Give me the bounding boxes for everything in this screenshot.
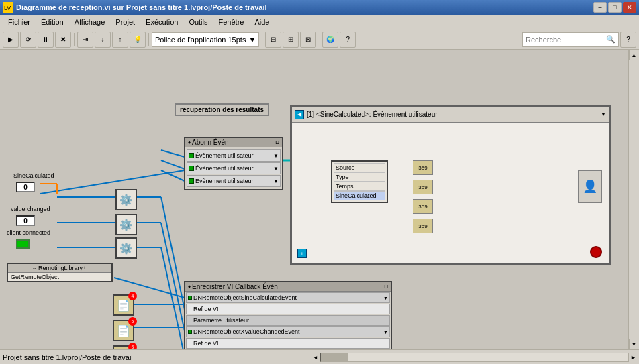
sep3 xyxy=(262,33,262,46)
conn-2 xyxy=(189,166,194,171)
event-row-2: Évènement utilisateur ▼ xyxy=(187,162,281,174)
step-into-button[interactable]: ↓ xyxy=(95,32,111,48)
remoting-header: ↔ RemotingLibrary ⊔ xyxy=(8,264,111,273)
num-node-1[interactable]: 359 xyxy=(413,160,433,175)
enreg-row-ref1: Ref de VI xyxy=(186,304,390,314)
minimize-button[interactable]: – xyxy=(593,2,607,13)
remoting-box: ↔ RemotingLibrary ⊔ GetRemoteObject xyxy=(7,263,113,282)
resize-button[interactable]: ⊠ xyxy=(300,32,316,48)
recup-box: recuperation des resultats xyxy=(175,103,269,116)
enreg-row-ref2: Ref de VI xyxy=(186,338,390,349)
help2-button[interactable]: ? xyxy=(620,32,636,48)
conn-1 xyxy=(189,153,194,158)
event-row-3: Évènement utilisateur ▼ xyxy=(187,175,281,187)
sine-ctrl[interactable]: 0 xyxy=(16,182,35,192)
menu-affichage[interactable]: Affichage xyxy=(69,17,111,27)
menu-aide[interactable]: Aide xyxy=(249,17,275,27)
pause-button[interactable]: ✖ xyxy=(55,32,71,48)
menu-edition[interactable]: Édition xyxy=(36,17,69,27)
menu-projet[interactable]: Projet xyxy=(110,17,140,27)
inner-diag-box: ◀ [1] <SineCalculated>: Évènement utilis… xyxy=(290,105,611,265)
sine-label: SineCalculated xyxy=(13,172,54,179)
fn-node-6[interactable]: 📄 6 xyxy=(113,345,134,349)
svg-line-12 xyxy=(161,247,185,349)
fn-node-4[interactable]: 📄 4 xyxy=(113,294,134,316)
menu-outils[interactable]: Outils xyxy=(183,17,213,27)
scroll-thumb[interactable] xyxy=(321,353,348,361)
search-box[interactable]: 🔍 xyxy=(522,32,619,47)
fn-node-5[interactable]: 📄 5 xyxy=(113,320,134,341)
help-button[interactable]: ? xyxy=(340,32,356,48)
maximize-button[interactable]: □ xyxy=(608,2,622,13)
abonn-box: ♦ Abonn Évén ⊔ Évènement utilisateur ▼ É… xyxy=(184,137,283,190)
enreg-row-param1: Paramètre utilisateur xyxy=(186,315,390,326)
num-node-4[interactable]: 359 xyxy=(413,219,433,233)
sep4 xyxy=(319,33,320,46)
src-type: Type xyxy=(334,172,385,182)
badge-5: 5 xyxy=(128,317,137,326)
inner-info-icon: ◀ xyxy=(295,110,304,119)
svg-line-10 xyxy=(161,197,185,310)
align-button[interactable]: ⊟ xyxy=(265,32,281,48)
menu-execution[interactable]: Exécution xyxy=(140,17,183,27)
abonn-header: ♦ Abonn Évén ⊔ xyxy=(185,138,282,147)
sep2 xyxy=(148,33,149,46)
inner-diag-header: ◀ [1] <SineCalculated>: Évènement utilis… xyxy=(292,107,609,123)
run-cont-button[interactable]: ⟳ xyxy=(20,32,36,48)
search-input[interactable] xyxy=(526,36,606,44)
svg-line-11 xyxy=(161,223,185,331)
scroll-down-button[interactable]: ▼ xyxy=(629,339,640,349)
person-icon[interactable]: 👤 xyxy=(578,170,602,203)
dist-button[interactable]: ⊞ xyxy=(283,32,299,48)
sep1 xyxy=(74,33,75,46)
abonn-body: Évènement utilisateur ▼ Évènement utilis… xyxy=(185,147,282,189)
search-icon[interactable]: 🔍 xyxy=(606,35,616,44)
conn-3 xyxy=(189,178,194,184)
func-icon-3[interactable]: ⚙️ xyxy=(115,237,137,259)
value-ctrl[interactable]: 0 xyxy=(16,215,35,226)
client-label: client connected xyxy=(7,229,50,236)
step-over-button[interactable]: ⇥ xyxy=(77,32,93,48)
enreg-row-1: DNRemoteObjectSineCalculatedEvent ▼ xyxy=(186,292,390,303)
scroll-right-indicator: ► xyxy=(630,354,636,361)
client-bool[interactable] xyxy=(16,239,30,249)
step-out-button[interactable]: ↑ xyxy=(112,32,128,48)
enreg-header: ♦ Enregistrer VI Callback Évén ⊔ xyxy=(185,282,391,292)
scrollbar-right[interactable]: ▲ ▼ xyxy=(628,50,639,349)
event-row-1: Évènement utilisateur ▼ xyxy=(187,149,281,162)
highlight-button[interactable]: 💡 xyxy=(130,32,146,48)
enreg-box: ♦ Enregistrer VI Callback Évén ⊔ DNRemot… xyxy=(184,281,392,349)
stop-icon[interactable] xyxy=(590,246,602,258)
func-icon-2[interactable]: ⚙️ xyxy=(115,214,137,235)
svg-line-6 xyxy=(161,150,185,157)
font-dropdown-arrow: ▼ xyxy=(248,36,256,44)
clean-button[interactable]: 🌍 xyxy=(322,32,338,48)
menu-bar: Fichier Édition Affichage Projet Exécuti… xyxy=(0,15,639,29)
stop-button[interactable]: ⏸ xyxy=(38,32,54,48)
src-type-box: Source Type Temps SineCalculated xyxy=(331,160,388,203)
menu-fichier[interactable]: Fichier xyxy=(3,17,36,27)
svg-line-5 xyxy=(40,170,185,194)
window-title: Diagramme de reception.vi sur Projet san… xyxy=(16,3,593,11)
remoting-getobj: GetRemoteObject xyxy=(8,273,111,281)
title-bar: LV Diagramme de reception.vi sur Projet … xyxy=(0,0,639,15)
src-temps: Temps xyxy=(334,182,385,191)
src-sine: SineCalculated xyxy=(334,191,385,200)
window-controls: – □ ✕ xyxy=(593,2,636,13)
horizontal-scrollbar[interactable] xyxy=(320,353,629,362)
num-node-3[interactable]: 359 xyxy=(413,199,433,214)
badge-6: 6 xyxy=(128,343,137,349)
func-icon-1[interactable]: ⚙️ xyxy=(115,189,137,210)
info-icon[interactable]: i xyxy=(297,249,307,258)
diagram-canvas[interactable]: recuperation des resultats SineCalculate… xyxy=(0,50,628,349)
num-node-2[interactable]: 359 xyxy=(413,180,433,194)
toolbar: ▶ ⟳ ⏸ ✖ ⇥ ↓ ↑ 💡 Police de l'application … xyxy=(0,29,639,50)
menu-fenetre[interactable]: Fenêtre xyxy=(213,17,250,27)
font-dropdown[interactable]: Police de l'application 15pts ▼ xyxy=(152,32,259,47)
run-button[interactable]: ▶ xyxy=(3,32,19,48)
app-icon: LV xyxy=(3,2,13,13)
scroll-up-button[interactable]: ▲ xyxy=(629,50,640,60)
close-button[interactable]: ✕ xyxy=(623,2,636,13)
value-label: value changed xyxy=(11,206,50,213)
main-area: recuperation des resultats SineCalculate… xyxy=(0,50,639,349)
